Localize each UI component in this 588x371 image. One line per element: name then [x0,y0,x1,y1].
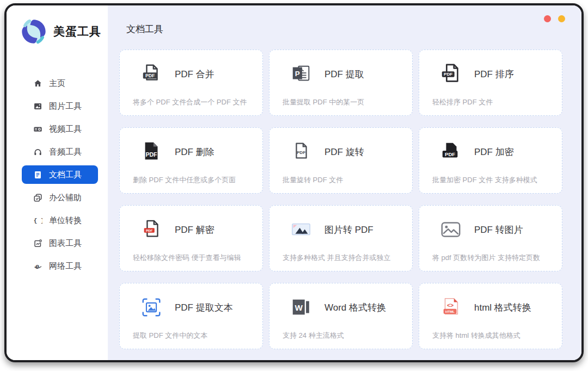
app-title: 美蛋工具 [53,24,101,39]
logo: 美蛋工具 [20,17,108,46]
tool-card-pdf-merge[interactable]: PDF PDF 合并 将多个 PDF 文件合成一个 PDF 文件 [119,50,263,116]
tool-desc: 支持多种格式 并且支持合并或独立 [283,253,391,263]
sidebar-item-image-tools[interactable]: 图片工具 [22,97,98,115]
svg-text:W: W [295,303,303,312]
sidebar-item-doc-tools[interactable]: 文档工具 [22,165,98,184]
pdf-encrypt-icon: PDF [439,140,462,163]
pdf-merge-icon: PDF [140,63,163,85]
red-dot[interactable] [544,15,551,22]
tool-desc: 批量提取 PDF 中的某一页 [283,97,364,107]
tool-card-pdf-rotate[interactable]: PDF PDF 旋转 批量旋转 PDF 文件 [269,127,413,194]
sidebar-item-chart-tools[interactable]: 图表工具 [22,234,98,252]
pdf-to-image-icon [439,218,462,241]
sidebar-item-video-tools[interactable]: 视频工具 [22,120,98,138]
pdf-rotate-icon: PDF [290,140,313,163]
svg-text:PDF: PDF [444,72,452,77]
tool-title: PDF 排序 [474,68,514,81]
sidebar-nav: 主页 图片工具 视频工具 音频工具 文档工具 办公辅助 { } 单位转换 图表工… [7,74,108,275]
tool-desc: 支持 24 种主流格式 [283,331,344,341]
svg-text:PDF: PDF [445,151,455,157]
svg-text:<>: <> [447,302,454,308]
tool-card-html-convert[interactable]: <>HTML html 格式转换 支持将 html 转换成其他格式 [419,283,562,349]
tool-desc: 支持将 html 转换成其他格式 [432,331,520,341]
app-window: 美蛋工具 主页 图片工具 视频工具 音频工具 文档工具 办公辅助 { } 单位转… [4,3,584,362]
sidebar-item-office-assist[interactable]: 办公辅助 [22,188,98,207]
sidebar: 美蛋工具 主页 图片工具 视频工具 音频工具 文档工具 办公辅助 { } 单位转… [7,5,108,360]
tool-card-pdf-delete[interactable]: PDF PDF 删除 删除 PDF 文件中任意或多个页面 [119,127,263,194]
pdf-sort-icon: PDF [439,63,462,85]
tool-grid: PDF PDF 合并 将多个 PDF 文件合成一个 PDF 文件 P PDF 提… [119,50,581,349]
video-icon [33,124,42,134]
svg-text:PDF: PDF [146,228,153,232]
braces-icon: { } [33,215,42,225]
word-icon: W [290,296,313,319]
sidebar-item-label: 图表工具 [49,238,82,249]
tool-title: PDF 转图片 [474,224,523,236]
tool-desc: 轻松排序 PDF 文件 [432,97,493,107]
tool-desc: 批量旋转 PDF 文件 [283,175,343,185]
tool-card-pdf-decrypt[interactable]: PDF PDF 解密 轻松移除文件密码 便于查看与编辑 [119,205,263,271]
sidebar-item-unit-convert[interactable]: { } 单位转换 [22,211,98,230]
yellow-dot[interactable] [558,15,565,22]
svg-text:HTML: HTML [445,310,455,313]
svg-text:PDF: PDF [145,73,155,78]
tool-desc: 轻松移除文件密码 便于查看与编辑 [133,253,241,263]
html-file-icon: <>HTML [439,296,462,319]
audio-icon [33,147,42,157]
tool-card-pdf-extract[interactable]: P PDF 提取 批量提取 PDF 中的某一页 [269,50,413,116]
svg-text:e: e [35,262,39,270]
svg-text:P: P [295,70,300,78]
window-controls [544,15,565,22]
tool-desc: 提取 PDF 文件中的文本 [133,331,207,341]
sidebar-item-label: 单位转换 [49,215,82,226]
tool-desc: 批量加密 PDF 文件 支持多种模式 [432,175,537,185]
sidebar-item-label: 图片工具 [49,101,82,112]
tool-desc: 将 pdf 页数转为图片 支持特定页数 [432,253,540,263]
tool-card-pdf-to-image[interactable]: PDF 转图片 将 pdf 页数转为图片 支持特定页数 [419,205,562,271]
pdf-decrypt-icon: PDF [140,218,163,241]
main-panel: 文档工具 PDF PDF 合并 将多个 PDF 文件合成一个 PDF 文件 P … [108,5,581,360]
sidebar-item-label: 文档工具 [49,170,82,180]
tool-desc: 删除 PDF 文件中任意或多个页面 [133,175,236,185]
copy-icon [33,193,42,202]
home-icon [33,78,42,88]
tool-title: PDF 旋转 [324,146,364,158]
page-title: 文档工具 [126,23,581,35]
tool-title: 图片转 PDF [324,224,373,236]
tool-title: html 格式转换 [474,301,531,314]
svg-text:PDF: PDF [146,151,158,158]
tool-title: PDF 删除 [175,146,215,158]
tool-title: PDF 合并 [175,68,215,81]
document-icon [33,170,42,180]
tool-desc: 将多个 PDF 文件合成一个 PDF 文件 [133,97,247,107]
explorer-icon: e [33,261,42,271]
sidebar-item-label: 视频工具 [49,124,82,134]
tool-card-pdf-sort[interactable]: PDF PDF 排序 轻松排序 PDF 文件 [419,50,562,116]
chart-icon [33,238,42,248]
app-logo-icon [20,17,48,46]
text-scan-icon [140,296,163,319]
svg-text:PDF: PDF [297,150,305,155]
sidebar-item-home[interactable]: 主页 [22,74,98,92]
tool-title: PDF 加密 [474,146,514,158]
image-to-pdf-icon [290,218,313,241]
tool-title: PDF 提取文本 [175,301,233,314]
tool-card-word-convert[interactable]: W Word 格式转换 支持 24 种主流格式 [269,283,413,349]
tool-card-image-to-pdf[interactable]: 图片转 PDF 支持多种格式 并且支持合并或独立 [269,205,413,271]
tool-title: PDF 提取 [324,68,364,81]
svg-text:{ }: { } [33,218,42,224]
tool-title: PDF 解密 [175,224,215,236]
image-icon [33,101,42,111]
sidebar-item-label: 音频工具 [49,147,82,157]
sidebar-item-label: 办公辅助 [49,193,82,203]
tool-title: Word 格式转换 [324,301,386,314]
sidebar-item-network-tools[interactable]: e 网络工具 [22,257,98,275]
tool-card-pdf-encrypt[interactable]: PDF PDF 加密 批量加密 PDF 文件 支持多种模式 [419,127,562,194]
pdf-delete-icon: PDF [140,140,163,163]
sidebar-item-audio-tools[interactable]: 音频工具 [22,143,98,161]
sidebar-item-label: 网络工具 [49,261,82,271]
pdf-extract-icon: P [290,63,313,85]
tool-card-pdf-extract-text[interactable]: PDF 提取文本 提取 PDF 文件中的文本 [119,283,263,349]
sidebar-item-label: 主页 [49,78,65,89]
